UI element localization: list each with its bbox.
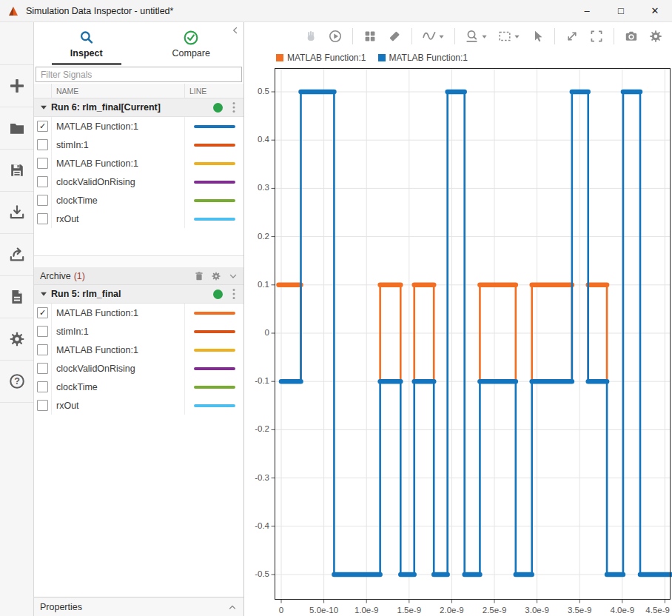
signal-checkbox[interactable]	[37, 381, 48, 392]
signal-line-swatch[interactable]	[194, 349, 235, 352]
signal-checkbox-cell: ✓	[34, 304, 52, 322]
signal-line-swatch[interactable]	[194, 312, 235, 315]
toolbar-button-zoom-x[interactable]	[465, 29, 488, 44]
legend-item[interactable]: MATLAB Function:1	[276, 53, 366, 63]
signal-row[interactable]: clockTime	[34, 378, 243, 396]
gear-icon[interactable]	[648, 29, 663, 44]
signal-row[interactable]: rxOut	[34, 210, 243, 228]
signal-checkbox[interactable]	[37, 195, 48, 206]
signal-checkbox[interactable]	[37, 363, 48, 374]
toolbar-button-fullscreen[interactable]	[589, 29, 604, 44]
caret-down-icon[interactable]	[481, 33, 488, 40]
rail-button-import[interactable]	[0, 192, 33, 234]
kebab-menu-icon[interactable]	[229, 287, 239, 301]
legend-item[interactable]: MATLAB Function:1	[378, 53, 468, 63]
fullscreen-icon[interactable]	[589, 29, 604, 44]
disclosure-triangle-icon[interactable]	[38, 102, 49, 113]
signal-wave-icon[interactable]	[422, 29, 437, 44]
signal-checkbox[interactable]	[37, 139, 48, 150]
signal-checkbox[interactable]: ✓	[37, 307, 48, 318]
signal-line-swatch[interactable]	[194, 330, 235, 333]
caret-down-icon[interactable]	[438, 33, 445, 40]
fit-diagonal-icon[interactable]	[565, 29, 579, 44]
signal-row[interactable]: clockValidOnRising	[34, 359, 243, 378]
signal-checkbox[interactable]	[37, 213, 48, 224]
archive-header[interactable]: Archive (1)	[34, 267, 243, 285]
rail-button-add[interactable]	[0, 65, 33, 107]
rail-button-settings-gear[interactable]	[0, 318, 33, 361]
export-icon	[8, 246, 26, 264]
signal-checkbox[interactable]	[37, 344, 48, 355]
signal-line-swatch[interactable]	[194, 162, 235, 165]
signal-row[interactable]: clockTime	[34, 191, 243, 210]
signal-checkbox[interactable]	[37, 400, 48, 411]
archive-gear-icon[interactable]	[210, 270, 222, 282]
signal-plot[interactable]	[271, 68, 672, 606]
signal-row[interactable]: ✓MATLAB Function:1	[34, 304, 243, 322]
signal-checkbox[interactable]	[37, 176, 48, 187]
toolbar-button-replay[interactable]	[328, 29, 343, 44]
caret-down-icon[interactable]	[514, 33, 520, 40]
rail-button-save[interactable]	[0, 150, 33, 192]
signal-line-swatch[interactable]	[194, 404, 235, 407]
archive-chevron-down-icon[interactable]	[227, 270, 239, 282]
zoom-box-icon[interactable]	[497, 29, 512, 44]
filter-signals-input[interactable]	[36, 67, 242, 82]
tab-compare[interactable]: Compare	[139, 22, 244, 65]
signal-row[interactable]: clockValidOnRising	[34, 173, 243, 191]
signal-line-swatch[interactable]	[194, 144, 235, 147]
signal-row[interactable]: rxOut	[34, 396, 243, 415]
rail-button-help[interactable]: ?	[0, 361, 33, 403]
signal-row[interactable]: MATLAB Function:1	[34, 154, 243, 173]
toolbar-button-zoom-box[interactable]	[497, 29, 520, 44]
toolbar-button-eraser[interactable]	[387, 29, 402, 44]
signal-row[interactable]: stimIn:1	[34, 322, 243, 341]
signal-row[interactable]: stimIn:1	[34, 135, 243, 154]
signal-checkbox[interactable]: ✓	[37, 121, 48, 132]
tab-inspect[interactable]: Inspect	[34, 22, 139, 65]
toolbar-button-camera[interactable]	[624, 29, 639, 44]
run-header-archived[interactable]: Run 5: rlm_final	[34, 285, 243, 304]
properties-bar[interactable]: Properties	[34, 597, 243, 616]
run6-signal-list: ✓MATLAB Function:1stimIn:1MATLAB Functio…	[34, 117, 243, 228]
signal-checkbox[interactable]	[37, 326, 48, 337]
toolbar-button-signal-wave[interactable]	[422, 29, 445, 44]
signal-line-swatch[interactable]	[194, 386, 235, 389]
signal-row[interactable]: MATLAB Function:1	[34, 341, 243, 359]
layout-grid-icon[interactable]	[363, 29, 377, 44]
signal-line-swatch[interactable]	[194, 125, 235, 128]
rail-button-report[interactable]	[0, 276, 33, 318]
signal-line-swatch[interactable]	[194, 199, 235, 202]
collapse-sidebar-chevron-left-icon[interactable]	[230, 25, 241, 36]
signal-line-swatch[interactable]	[194, 181, 235, 184]
signal-name: MATLAB Function:1	[52, 341, 185, 359]
toolbar-separator	[614, 28, 614, 44]
toolbar-button-gear[interactable]	[648, 29, 663, 44]
x-tick-label: 3.0e-9	[525, 606, 549, 615]
eraser-icon[interactable]	[387, 29, 402, 44]
y-tick-label: 0.5	[244, 87, 269, 96]
run-header-current[interactable]: Run 6: rlm_final[Current]	[34, 98, 243, 117]
signal-checkbox[interactable]	[37, 158, 48, 169]
disclosure-triangle-icon[interactable]	[38, 289, 49, 299]
trash-icon[interactable]	[193, 270, 205, 282]
legend-swatch	[276, 54, 283, 61]
signal-line-swatch[interactable]	[194, 218, 235, 221]
chevron-up-icon[interactable]	[227, 602, 238, 612]
toolbar-button-cursor-arrow[interactable]	[530, 29, 545, 44]
toolbar-button-layout-grid[interactable]	[363, 29, 377, 44]
rail-button-export[interactable]	[0, 234, 33, 276]
close-button[interactable]: ✕	[638, 0, 672, 21]
maximize-button[interactable]: □	[604, 0, 638, 21]
camera-icon[interactable]	[624, 29, 639, 44]
signal-line-swatch[interactable]	[194, 367, 235, 370]
kebab-menu-icon[interactable]	[229, 101, 239, 114]
signal-row[interactable]: ✓MATLAB Function:1	[34, 117, 243, 135]
rail-button-open-folder[interactable]	[0, 107, 33, 150]
minimize-button[interactable]: –	[570, 0, 604, 21]
cursor-arrow-icon[interactable]	[530, 29, 545, 44]
zoom-x-icon[interactable]	[465, 29, 480, 44]
toolbar-button-fit-diagonal[interactable]	[565, 29, 579, 44]
replay-icon[interactable]	[328, 29, 343, 44]
signal-line-cell	[185, 386, 243, 389]
